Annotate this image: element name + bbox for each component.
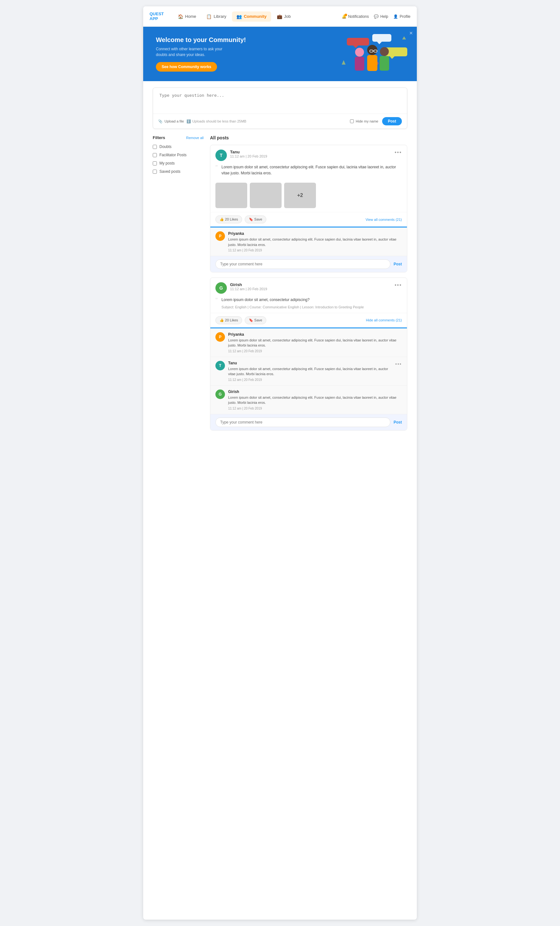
comment-item-c1: P Priyanka Lorem ipsum dolor sit amet, c… [210,227,407,256]
comment-input-row-post-2: Post [210,414,407,430]
hide-name-label[interactable]: Hide my name [350,120,378,123]
filter-item-doubts[interactable]: Doubts [153,144,204,149]
question-footer: 📎 Upload a file ℹ️ Uploads should be les… [153,113,407,129]
question-footer-right: Hide my name Post [350,117,402,126]
comment-content-c2: Priyanka Lorem ipsum dolor sit amet, con… [228,332,402,353]
nav-right-help[interactable]: 💬Help [374,14,388,19]
post-author-post-1: Tanu [230,150,391,154]
post-text-post-1: Lorem ipsum dolor sit amet, consectetur … [221,164,402,176]
comment-item-c4: G Girish Lorem ipsum dolor sit amet, con… [210,386,407,414]
post-more-button-post-2[interactable]: ••• [395,282,402,288]
comment-more-button-c3[interactable]: ••• [395,362,402,381]
nav-right-profile[interactable]: 👤Profile [393,14,410,19]
view-comments-button-post-2[interactable]: Hide all comments (21) [366,318,402,322]
nav-links: 🏠Home📋Library👥Community💼Job [173,11,342,22]
post-meta-post-1: Tanu 11:12 am | 20 Feb 2019 [230,150,391,158]
comment-input-post-1[interactable] [215,259,390,269]
comment-post-button-post-2[interactable]: Post [394,420,402,425]
hide-name-checkbox[interactable] [350,120,354,123]
upload-note: ℹ️ Uploads should be less than 25MB [186,120,246,124]
view-comments-button-post-1[interactable]: View all comments (21) [366,218,402,221]
comment-author-c3: Tanu [228,361,392,365]
post-time-post-1: 11:12 am | 20 Feb 2019 [230,154,391,158]
like-button-post-1[interactable]: 👍 20 Likes [215,215,242,223]
question-box: 📎 Upload a file ℹ️ Uploads should be les… [153,88,407,129]
nav-item-community[interactable]: 👥Community [232,11,271,22]
filters-label: Filters [153,135,165,140]
nav-label-library: Library [213,14,226,19]
comment-item-c3: T Tanu Lorem ipsum dolor sit amet, conse… [210,357,407,386]
filter-checkbox-saved-posts[interactable] [153,169,157,174]
post-meta-post-2: Girish 11:12 am | 20 Feb 2019 [230,282,391,291]
community-icon: 👥 [236,14,242,19]
nav-label-home: Home [185,14,196,19]
comment-avatar-c2: P [215,332,225,342]
comment-time-c1: 11:12 am | 20 Feb 2019 [228,248,402,252]
post-image-1-post-1[interactable] [215,183,247,208]
nav-item-library[interactable]: 📋Library [202,11,231,22]
svg-rect-12 [367,55,377,71]
comment-post-button-post-1[interactable]: Post [394,262,402,266]
post-image-more-post-1[interactable]: +2 [284,183,316,208]
nav-item-job[interactable]: 💼Job [272,11,295,22]
nav-right-notifications[interactable]: 🔔Notifications [342,14,369,19]
profile-icon: 👤 [393,14,398,19]
remove-all-button[interactable]: Remove all [186,136,204,140]
svg-rect-14 [380,56,389,71]
save-button-post-1[interactable]: 🔖 Save [245,215,266,223]
filter-checkbox-doubts[interactable] [153,145,157,149]
comment-author-c1: Priyanka [228,232,402,236]
hero-illustration [321,27,417,73]
comment-avatar-c3: T [215,361,225,371]
filter-item-saved-posts[interactable]: Saved posts [153,169,204,174]
save-button-post-2[interactable]: 🔖 Save [245,316,266,324]
filter-checkbox-facilitator-posts[interactable] [153,153,157,157]
filter-checkbox-my-posts[interactable] [153,161,157,165]
comment-time-c4: 11:12 am | 20 Feb 2019 [228,407,402,410]
logo: QUEST APP [150,12,164,21]
posts-list: T Tanu 11:12 am | 20 Feb 2019 ••• " Lore… [210,145,407,431]
post-time-post-2: 11:12 am | 20 Feb 2019 [230,287,391,291]
comment-time-c3: 11:12 am | 20 Feb 2019 [228,378,392,381]
comment-avatar-c4: G [215,389,225,399]
comment-text-c4: Lorem ipsum dolor sit amet, consectetur … [228,395,402,406]
question-input[interactable] [153,88,407,112]
help-icon: 💬 [374,14,378,19]
nav-item-home[interactable]: 🏠Home [173,11,201,22]
filter-label-my-posts: My posts [159,161,175,165]
library-icon: 📋 [206,14,212,19]
see-how-community-works-button[interactable]: See how Community works [156,62,217,72]
job-icon: 💼 [277,14,282,19]
hero-banner: Welcome to your Community! Connect with … [143,27,417,81]
hero-close-button[interactable]: ✕ [409,30,413,36]
comment-text-c2: Lorem ipsum dolor sit amet, consectetur … [228,337,402,348]
all-posts-title: All posts [210,135,407,140]
comment-input-post-2[interactable] [215,418,390,427]
comment-text-c3: Lorem ipsum dolor sit amet, consectetur … [228,366,392,377]
quote-icon-post-2: " [215,297,218,303]
svg-point-13 [380,47,389,56]
comment-author-c4: Girish [228,389,402,394]
post-question-button[interactable]: Post [382,117,402,126]
paperclip-icon: 📎 [158,120,163,124]
comment-text-c1: Lorem ipsum dolor sit amet, consectetur … [228,237,402,247]
comments-section-post-2: P Priyanka Lorem ipsum dolor sit amet, c… [210,327,407,430]
svg-rect-0 [372,34,391,42]
avatar-post-2: G [215,282,227,294]
nav-label-job: Job [284,14,291,19]
upload-file-button[interactable]: 📎 Upload a file [158,120,184,124]
svg-rect-10 [355,57,364,71]
like-button-post-2[interactable]: 👍 20 Likes [215,316,242,324]
filter-list: DoubtsFacilitator PostsMy postsSaved pos… [153,144,204,174]
post-image-2-post-1[interactable] [250,183,282,208]
post-subject-post-2: Subject: English | Course: Communicative… [221,305,364,309]
post-card-post-2: G Girish 11:12 am | 20 Feb 2019 ••• " Lo… [210,277,407,430]
post-actions-post-1: 👍 20 Likes 🔖 Save View all comments (21) [210,212,407,227]
filter-item-facilitator-posts[interactable]: Facilitator Posts [153,153,204,157]
comment-input-row-post-1: Post [210,256,407,272]
filter-item-my-posts[interactable]: My posts [153,161,204,165]
comment-avatar-c1: P [215,232,225,241]
svg-marker-8 [402,36,406,39]
avatar-post-1: T [215,150,227,161]
post-more-button-post-1[interactable]: ••• [395,150,402,155]
